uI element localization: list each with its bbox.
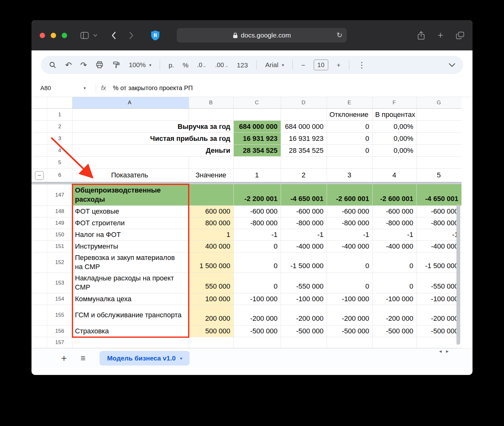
cell[interactable]: -500 000	[417, 325, 461, 337]
cell[interactable]: -800 000	[281, 217, 327, 229]
row-number[interactable]: 149	[47, 217, 72, 229]
cell-label[interactable]: Чистая прибыль за год	[72, 133, 234, 144]
cell[interactable]: -100 000	[281, 293, 327, 305]
decrease-font-size-button[interactable]: −	[301, 62, 305, 68]
row-number[interactable]: 3	[47, 133, 72, 144]
cell[interactable]: -600 000	[234, 206, 281, 217]
cell[interactable]: 0	[327, 145, 373, 156]
cell-label[interactable]: Выручка за год	[72, 121, 234, 132]
horizontal-scrollbar[interactable]: ◂ ▸	[439, 348, 449, 354]
cell[interactable]	[189, 157, 234, 168]
cell-highlighted[interactable]: 16 931 923	[234, 133, 281, 144]
more-options-icon[interactable]: ⋮	[358, 61, 366, 69]
more-formats-button[interactable]: 123	[237, 62, 248, 68]
cell[interactable]: -800 000	[327, 217, 373, 229]
cell[interactable]: -400 000	[373, 241, 417, 252]
cell[interactable]: 0	[373, 252, 417, 273]
cell[interactable]: -1	[417, 229, 461, 240]
reload-button[interactable]: ↻	[337, 31, 342, 39]
column-header-b[interactable]: B	[189, 97, 234, 108]
column-header-a[interactable]: A	[72, 97, 189, 108]
close-button[interactable]	[40, 33, 45, 38]
cell[interactable]: -2 200 001	[234, 184, 281, 205]
cell[interactable]	[281, 109, 327, 120]
vertical-scrollbar-thumb[interactable]	[456, 204, 460, 345]
row-number[interactable]: 6	[47, 169, 72, 182]
cell[interactable]: -200 000	[327, 305, 373, 325]
cell[interactable]: -1 500 000	[281, 252, 327, 273]
column-header-d[interactable]: D	[281, 97, 327, 108]
cell[interactable]: 0,00%	[373, 121, 417, 132]
undo-icon[interactable]: ↶	[65, 61, 72, 69]
all-sheets-button[interactable]: ≡	[81, 354, 86, 363]
cell[interactable]: -200 000	[281, 305, 327, 325]
share-icon[interactable]	[417, 31, 425, 40]
cell-value[interactable]: 100 000	[189, 293, 234, 305]
cell[interactable]	[281, 157, 327, 168]
sidebar-toggle-icon[interactable]	[80, 32, 89, 39]
cell[interactable]: -600 000	[281, 206, 327, 217]
cell-label[interactable]: ФОТ цеховые	[72, 206, 189, 217]
cell[interactable]: -400 000	[281, 241, 327, 252]
cell[interactable]: 3	[327, 169, 373, 182]
cell[interactable]: 28 354 525	[281, 145, 327, 156]
column-header-c[interactable]: C	[234, 97, 281, 108]
scroll-left-icon[interactable]: ◂	[439, 348, 442, 354]
cell[interactable]: -1 500 000	[417, 252, 461, 273]
cell[interactable]: -100 000	[373, 293, 417, 305]
cell[interactable]: 0	[373, 273, 417, 293]
cell-value[interactable]	[189, 184, 234, 205]
cell[interactable]: -800 000	[234, 217, 281, 229]
cell[interactable]	[234, 337, 281, 348]
cell[interactable]	[417, 133, 461, 144]
cell[interactable]: -500 000	[327, 325, 373, 337]
cell[interactable]: -100 000	[234, 293, 281, 305]
cell[interactable]	[417, 109, 461, 120]
cell[interactable]: -2 600 001	[373, 184, 417, 205]
cell-label[interactable]: Общепроизводственные расходы	[72, 184, 189, 205]
frozen-rows-divider[interactable]	[32, 182, 461, 184]
add-sheet-button[interactable]: +	[61, 354, 67, 363]
cell[interactable]: -600 000	[417, 206, 461, 217]
cell[interactable]: -600 000	[373, 206, 417, 217]
minimize-button[interactable]	[51, 33, 56, 38]
cell[interactable]: -600 000	[327, 206, 373, 217]
cell[interactable]: 0,00%	[373, 145, 417, 156]
extension-shield-icon[interactable]	[150, 30, 160, 41]
row-number[interactable]: 4	[47, 145, 72, 156]
decrease-decimals-button[interactable]: .0 ←	[197, 61, 207, 69]
cell[interactable]: -550 000	[281, 273, 327, 293]
cell[interactable]	[417, 121, 461, 132]
row-number[interactable]: 2	[47, 121, 72, 132]
cell-value[interactable]: 200 000	[189, 305, 234, 325]
cell[interactable]: 0	[327, 273, 373, 293]
cell[interactable]: Отклонение	[327, 109, 373, 120]
cell[interactable]: 0	[234, 252, 281, 273]
row-number[interactable]: 151	[47, 241, 72, 252]
tab-overview-icon[interactable]	[456, 32, 464, 39]
cell[interactable]	[281, 337, 327, 348]
cell-value[interactable]: 400 000	[189, 241, 234, 252]
cell[interactable]	[417, 145, 461, 156]
redo-icon[interactable]: ↷	[80, 61, 87, 69]
cell[interactable]	[417, 157, 461, 168]
name-box[interactable]: A80 ▾	[40, 85, 88, 92]
column-header-e[interactable]: E	[327, 97, 373, 108]
cell[interactable]	[234, 157, 281, 168]
cell[interactable]	[72, 157, 189, 168]
select-all-corner[interactable]	[47, 97, 72, 108]
cell-value[interactable]: 550 000	[189, 273, 234, 293]
formula-input[interactable]: % от закрытого проекта РП	[113, 84, 193, 92]
cell[interactable]: 2	[281, 169, 327, 182]
zoom-select[interactable]: 100% ▾	[129, 61, 151, 69]
cell[interactable]: -400 000	[327, 241, 373, 252]
cell[interactable]: -1	[281, 229, 327, 240]
cell[interactable]	[327, 157, 373, 168]
cell-value[interactable]	[189, 337, 234, 348]
cell[interactable]: 4	[373, 169, 417, 182]
increase-font-size-button[interactable]: +	[337, 62, 341, 68]
cell[interactable]: Значение	[189, 169, 234, 182]
cell-label[interactable]: ФОТ строители	[72, 217, 189, 229]
cell[interactable]	[327, 337, 373, 348]
font-size-input[interactable]: 10	[314, 60, 328, 70]
